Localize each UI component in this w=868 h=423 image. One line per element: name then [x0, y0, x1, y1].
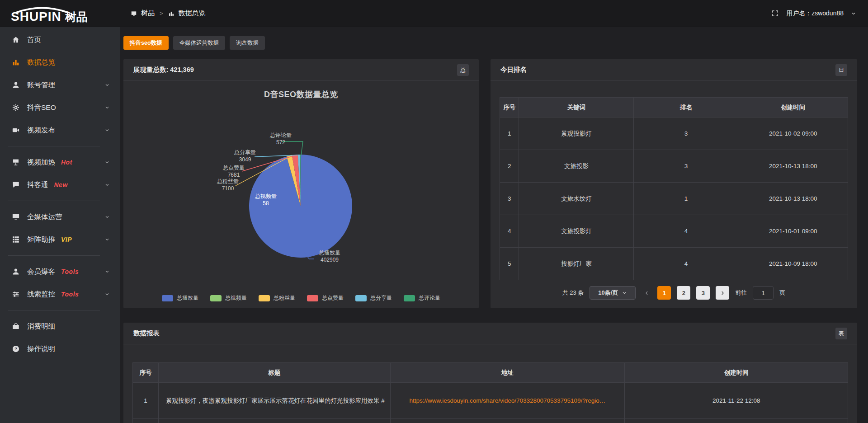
sidebar-divider [8, 201, 100, 201]
legend-item-2[interactable]: 总粉丝量 [259, 294, 295, 302]
sidebar-item-lead-monitor[interactable]: 线索监控Tools [0, 283, 120, 306]
table-row-clipped [133, 419, 848, 423]
breadcrumb-current[interactable]: 数据总览 [179, 9, 206, 18]
sidebar-item-member-baoke[interactable]: 会员爆客Tools [0, 260, 120, 283]
tab-2[interactable]: 询盘数据 [230, 36, 265, 50]
table-cell: 3 [634, 118, 738, 150]
sidebar-item-consumption-detail[interactable]: 消费明细 [0, 315, 120, 338]
chart-bar-icon [12, 58, 20, 66]
prev-page-button[interactable] [642, 286, 651, 300]
page-button-1[interactable]: 1 [657, 286, 671, 300]
legend-item-5[interactable]: 总评论量 [404, 294, 440, 302]
question-icon: ? [12, 345, 20, 353]
fullscreen-icon[interactable] [771, 9, 779, 17]
caret-down-icon[interactable] [851, 11, 856, 16]
main-content: 抖音seo数据全媒体运营数据询盘数据 展现量总数: 421,369 总 D音SE… [120, 27, 868, 423]
legend-swatch [355, 295, 367, 301]
table-row: 1景观投影灯，夜游景观投影灯厂家展示展示落花灯在花园里的灯光投影应用效果 #ht… [133, 383, 848, 419]
pie-chart[interactable] [123, 81, 479, 308]
page-button-2[interactable]: 2 [677, 286, 690, 300]
sidebar-item-label: 首页 [27, 35, 41, 45]
goto-unit: 页 [779, 289, 785, 297]
sidebar-item-tag: Hot [61, 159, 72, 166]
today-ranking-panel: 今日排名 日 序号关键词排名创建时间1景观投影灯32021-10-02 09:0… [491, 59, 857, 308]
app-logo[interactable]: SHUPIN 树品 [0, 4, 120, 23]
table-cell: 4 [634, 215, 738, 248]
chevron-down-icon [104, 214, 110, 220]
home-icon [12, 36, 20, 44]
report-title: 数据报表 [133, 329, 160, 338]
table-cell: 2 [500, 150, 519, 183]
legend-swatch [259, 295, 270, 301]
table-cell: 1 [634, 183, 738, 215]
table-row: 2文旅投影32021-10-13 18:00 [500, 150, 848, 183]
table-cell: 投影灯厂家 [519, 248, 634, 280]
sidebar-item-douketong[interactable]: 抖客通New [0, 174, 120, 196]
column-header: 标题 [158, 363, 390, 383]
legend-item-0[interactable]: 总播放量 [162, 294, 198, 302]
wallet-icon [12, 322, 20, 330]
sidebar-divider [8, 146, 100, 146]
svg-text:?: ? [14, 347, 17, 351]
column-header: 创建时间 [738, 98, 848, 118]
breadcrumb-root[interactable]: 树品 [141, 9, 155, 18]
legend-label: 总评论量 [419, 294, 440, 302]
column-header: 序号 [500, 98, 519, 118]
sidebar-item-video-publish[interactable]: 视频发布 [0, 119, 120, 141]
page-number-buttons: 123 [657, 286, 710, 300]
sidebar-item-account-management[interactable]: 账号管理 [0, 74, 120, 96]
legend-item-3[interactable]: 总点赞量 [307, 294, 344, 302]
column-header: 序号 [133, 363, 159, 383]
sidebar-item-media-operation[interactable]: 全媒体运营 [0, 206, 120, 228]
ranking-table: 序号关键词排名创建时间1景观投影灯32021-10-02 09:002文旅投影3… [500, 97, 848, 280]
video-link[interactable]: https://www.iesdouyin.com/share/video/70… [410, 397, 606, 404]
user-icon [12, 81, 20, 89]
chart-bar-icon [168, 10, 175, 17]
sidebar-item-data-overview[interactable]: 数据总览 [0, 51, 120, 74]
sliders-icon [12, 290, 20, 298]
goto-label: 前往 [735, 289, 747, 297]
page-size-value: 10条/页 [598, 289, 618, 297]
gear-icon [12, 103, 20, 112]
next-page-button[interactable] [716, 286, 729, 300]
caret-down-icon [622, 290, 627, 296]
tab-1[interactable]: 全媒体运营数据 [173, 36, 226, 50]
total-badge-button[interactable]: 总 [457, 64, 469, 76]
table-cell: 2021-10-01 09:00 [738, 215, 848, 248]
page-size-select[interactable]: 10条/页 [590, 286, 636, 300]
tab-0[interactable]: 抖音seo数据 [123, 36, 169, 50]
sidebar-divider [8, 255, 100, 256]
sidebar-item-label: 矩阵助推 [27, 235, 55, 244]
sidebar-item-video-heat[interactable]: 视频加热Hot [0, 151, 120, 174]
sidebar-item-operation-guide[interactable]: ?操作说明 [0, 338, 120, 360]
logo-arc-icon [13, 7, 71, 13]
sidebar-item-label: 全媒体运营 [27, 212, 62, 222]
username[interactable]: 用户名：zswodun88 [786, 9, 844, 18]
table-row: 1景观投影灯32021-10-02 09:00 [500, 118, 848, 150]
sidebar-item-label: 数据总览 [27, 58, 55, 67]
chevron-down-icon [104, 182, 110, 188]
sidebar-item-home[interactable]: 首页 [0, 28, 120, 51]
day-badge-button[interactable]: 日 [835, 64, 847, 76]
table-cell: 3 [634, 150, 738, 183]
table-cell: 2021-11-22 12:08 [625, 383, 848, 419]
sidebar-menu: 首页数据总览账号管理抖音SEO视频发布视频加热Hot抖客通New全媒体运营矩阵助… [0, 28, 120, 360]
sidebar-item-tag: VIP [61, 236, 72, 243]
sidebar-item-label: 抖客通 [27, 180, 48, 190]
table-badge-button[interactable]: 表 [835, 328, 847, 339]
chevron-down-icon [104, 237, 110, 242]
table-cell: 2021-10-02 09:00 [738, 118, 848, 150]
sidebar-item-tag: Tools [61, 268, 79, 275]
chevron-down-icon [104, 160, 110, 165]
pagination: 共 23 条 10条/页 123 前往 页 [491, 286, 857, 300]
page-button-3[interactable]: 3 [696, 286, 710, 300]
sidebar-item-label: 线索监控 [27, 290, 55, 299]
sidebar-item-douyin-seo[interactable]: 抖音SEO [0, 96, 120, 119]
sidebar-item-label: 账号管理 [27, 80, 55, 90]
legend-label: 总视频量 [225, 294, 247, 302]
goto-page-input[interactable] [753, 286, 774, 300]
legend-swatch [162, 295, 173, 301]
legend-item-4[interactable]: 总分享量 [355, 294, 392, 302]
legend-item-1[interactable]: 总视频量 [210, 294, 247, 302]
sidebar-item-matrix-boost[interactable]: 矩阵助推VIP [0, 228, 120, 251]
